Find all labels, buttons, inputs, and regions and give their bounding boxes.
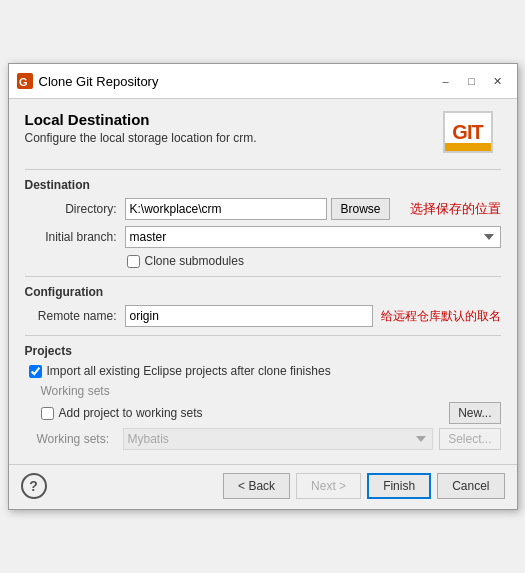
remote-name-row: Remote name: 给远程仓库默认的取名 bbox=[25, 305, 501, 327]
help-button[interactable]: ? bbox=[21, 473, 47, 499]
maximize-button[interactable]: □ bbox=[461, 70, 483, 92]
add-working-sets-row: Add project to working sets New... bbox=[41, 402, 501, 424]
remote-name-input[interactable] bbox=[125, 305, 373, 327]
clone-submodules-row: Clone submodules bbox=[127, 254, 501, 268]
git-logo-box: GIT bbox=[443, 111, 493, 153]
directory-label: Directory: bbox=[25, 202, 125, 216]
branch-row: Initial branch: master bbox=[25, 226, 501, 248]
browse-button[interactable]: Browse bbox=[331, 198, 389, 220]
cancel-button[interactable]: Cancel bbox=[437, 473, 504, 499]
svg-text:G: G bbox=[19, 76, 28, 88]
projects-section-label: Projects bbox=[25, 344, 501, 358]
working-sets-row: Working sets: Mybatis Select... bbox=[37, 428, 501, 450]
back-button[interactable]: < Back bbox=[223, 473, 290, 499]
page-subtitle: Configure the local storage location for… bbox=[25, 131, 257, 145]
clone-submodules-label[interactable]: Clone submodules bbox=[145, 254, 244, 268]
initial-branch-label: Initial branch: bbox=[25, 230, 125, 244]
next-button: Next > bbox=[296, 473, 361, 499]
remote-name-label: Remote name: bbox=[25, 309, 125, 323]
minimize-button[interactable]: – bbox=[435, 70, 457, 92]
directory-input[interactable] bbox=[125, 198, 328, 220]
dialog-footer: ? < Back Next > Finish Cancel bbox=[9, 464, 517, 509]
title-bar: G Clone Git Repository – □ ✕ bbox=[9, 64, 517, 99]
window-icon: G bbox=[17, 73, 33, 89]
working-sets-heading: Working sets bbox=[41, 384, 501, 398]
action-buttons: < Back Next > Finish Cancel bbox=[223, 473, 504, 499]
import-projects-label[interactable]: Import all existing Eclipse projects aft… bbox=[47, 364, 331, 378]
header-text: Local Destination Configure the local st… bbox=[25, 111, 257, 145]
title-bar-text: Clone Git Repository bbox=[39, 74, 435, 89]
destination-section-label: Destination bbox=[25, 178, 501, 192]
header-area: Local Destination Configure the local st… bbox=[25, 111, 501, 159]
header-divider bbox=[25, 169, 501, 170]
dialog-content: Local Destination Configure the local st… bbox=[9, 99, 517, 464]
working-sets-label: Working sets: bbox=[37, 432, 117, 446]
select-button: Select... bbox=[439, 428, 500, 450]
new-button[interactable]: New... bbox=[449, 402, 500, 424]
git-logo: GIT bbox=[443, 111, 501, 159]
add-working-sets-label[interactable]: Add project to working sets bbox=[59, 406, 203, 420]
git-logo-strip bbox=[445, 143, 491, 151]
working-sets-container: Working sets Add project to working sets… bbox=[37, 384, 501, 450]
remote-annotation: 给远程仓库默认的取名 bbox=[381, 308, 501, 325]
section-divider-2 bbox=[25, 335, 501, 336]
import-projects-checkbox[interactable] bbox=[29, 365, 42, 378]
section-divider-1 bbox=[25, 276, 501, 277]
clone-submodules-checkbox[interactable] bbox=[127, 255, 140, 268]
initial-branch-select[interactable]: master bbox=[125, 226, 501, 248]
projects-section: Projects Import all existing Eclipse pro… bbox=[25, 344, 501, 450]
title-bar-controls: – □ ✕ bbox=[435, 70, 509, 92]
add-working-sets-checkbox[interactable] bbox=[41, 407, 54, 420]
main-window: G Clone Git Repository – □ ✕ Local Desti… bbox=[8, 63, 518, 510]
finish-button[interactable]: Finish bbox=[367, 473, 431, 499]
directory-row: Directory: Browse 选择保存的位置 bbox=[25, 198, 501, 220]
import-projects-row: Import all existing Eclipse projects aft… bbox=[29, 364, 501, 378]
working-sets-select: Mybatis bbox=[123, 428, 434, 450]
page-title: Local Destination bbox=[25, 111, 257, 128]
destination-annotation: 选择保存的位置 bbox=[410, 200, 501, 218]
config-section-label: Configuration bbox=[25, 285, 501, 299]
close-button[interactable]: ✕ bbox=[487, 70, 509, 92]
